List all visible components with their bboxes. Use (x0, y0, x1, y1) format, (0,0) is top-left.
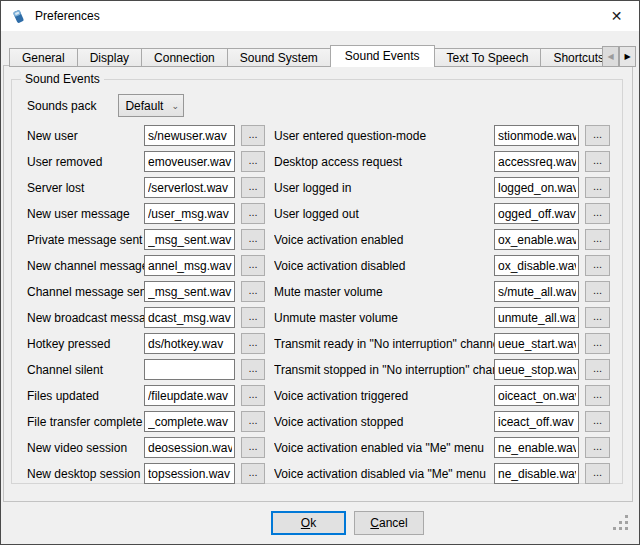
tab-text-to-speech[interactable]: Text To Speech (434, 48, 542, 67)
sound-file-input[interactable] (494, 385, 579, 406)
sound-event-label: Voice activation triggered (274, 389, 494, 403)
sound-file-input[interactable] (494, 229, 579, 250)
sound-event-label: Voice activation disabled via "Me" menu (274, 467, 494, 481)
browse-button[interactable]: ... (241, 411, 265, 432)
tab-sound-system[interactable]: Sound System (227, 48, 331, 67)
cancel-button[interactable]: Cancel (354, 511, 424, 535)
browse-button[interactable]: ... (585, 411, 610, 432)
sound-event-row: New broadcast message ... (27, 307, 265, 328)
tab-connection[interactable]: Connection (141, 48, 228, 67)
preferences-dialog: Preferences ✕ General Display Connection… (0, 0, 640, 545)
browse-button[interactable]: ... (241, 255, 265, 276)
sound-file-input[interactable] (494, 333, 579, 354)
sound-file-input[interactable] (144, 307, 235, 328)
chevron-down-icon: ⌄ (167, 101, 183, 111)
sound-file-input[interactable] (494, 151, 579, 172)
tab-scroll-left-icon[interactable]: ◀ (602, 46, 619, 67)
browse-button[interactable]: ... (585, 229, 610, 250)
sound-event-label: Server lost (27, 181, 144, 195)
sound-event-row: New desktop session ... (27, 463, 265, 484)
browse-button[interactable]: ... (241, 229, 265, 250)
browse-button[interactable]: ... (585, 437, 610, 458)
browse-button[interactable]: ... (241, 333, 265, 354)
sound-event-label: Transmit stopped in "No interruption" ch… (274, 363, 494, 377)
sound-file-input[interactable] (144, 281, 235, 302)
browse-button[interactable]: ... (241, 151, 265, 172)
browse-button[interactable]: ... (241, 463, 265, 484)
left-column: New user ... User removed ... Server los… (27, 125, 265, 489)
sound-event-row: Voice activation enabled ... (274, 229, 610, 250)
sound-events-groupbox: Sound Events Sounds pack Default ⌄ New u… (11, 79, 623, 484)
sound-event-row: User entered question-mode ... (274, 125, 610, 146)
tab-sound-events[interactable]: Sound Events (330, 45, 435, 67)
sound-event-label: Private message sent (27, 233, 144, 247)
sound-file-input[interactable] (144, 151, 235, 172)
browse-button[interactable]: ... (585, 203, 610, 224)
browse-button[interactable]: ... (585, 125, 610, 146)
sound-file-input[interactable] (144, 437, 235, 458)
sound-file-input[interactable] (494, 437, 579, 458)
sound-file-input[interactable] (494, 281, 579, 302)
sound-file-input[interactable] (494, 359, 579, 380)
sound-event-label: New broadcast message (27, 311, 144, 325)
browse-button[interactable]: ... (585, 359, 610, 380)
cancel-button-label: Cancel (370, 516, 407, 530)
browse-button[interactable]: ... (241, 307, 265, 328)
sound-file-input[interactable] (144, 229, 235, 250)
resize-grip-icon[interactable] (613, 515, 616, 518)
tab-general[interactable]: General (9, 48, 78, 67)
sound-file-input[interactable] (144, 255, 235, 276)
browse-button[interactable]: ... (241, 359, 265, 380)
tab-display[interactable]: Display (77, 48, 142, 67)
sound-event-row: Private message sent ... (27, 229, 265, 250)
sound-file-input[interactable] (144, 385, 235, 406)
browse-button[interactable]: ... (585, 307, 610, 328)
sound-event-row: New user ... (27, 125, 265, 146)
sound-file-input[interactable] (144, 411, 235, 432)
browse-button[interactable]: ... (241, 281, 265, 302)
sound-file-input[interactable] (144, 125, 235, 146)
browse-button[interactable]: ... (585, 385, 610, 406)
browse-button[interactable]: ... (585, 463, 610, 484)
sound-event-label: New desktop session (27, 467, 144, 481)
sound-file-input[interactable] (144, 177, 235, 198)
browse-button[interactable]: ... (585, 177, 610, 198)
ok-button[interactable]: Ok (271, 511, 346, 535)
browse-button[interactable]: ... (241, 125, 265, 146)
sounds-pack-combobox[interactable]: Default ⌄ (118, 94, 184, 117)
browse-button[interactable]: ... (585, 333, 610, 354)
sound-event-row: New channel message ... (27, 255, 265, 276)
browse-button[interactable]: ... (585, 255, 610, 276)
sound-file-input[interactable] (494, 177, 579, 198)
sound-file-input[interactable] (494, 125, 579, 146)
sound-file-input[interactable] (144, 203, 235, 224)
sound-event-label: Voice activation enabled (274, 233, 494, 247)
browse-button[interactable]: ... (241, 437, 265, 458)
sounds-pack-value: Default (119, 99, 167, 113)
browse-button[interactable]: ... (241, 385, 265, 406)
tab-shortcuts[interactable]: Shortcuts (540, 48, 603, 67)
sound-file-input[interactable] (494, 307, 579, 328)
sound-file-input[interactable] (144, 463, 235, 484)
browse-button[interactable]: ... (585, 151, 610, 172)
sound-event-label: User removed (27, 155, 144, 169)
sound-event-label: Voice activation disabled (274, 259, 494, 273)
sound-file-input[interactable] (494, 411, 579, 432)
title-bar[interactable]: Preferences ✕ (1, 1, 639, 31)
sound-file-input[interactable] (494, 203, 579, 224)
sound-file-input[interactable] (494, 255, 579, 276)
sound-event-label: Mute master volume (274, 285, 494, 299)
sound-file-input[interactable] (494, 463, 579, 484)
close-icon[interactable]: ✕ (594, 1, 639, 31)
sound-event-row: Unmute master volume ... (274, 307, 610, 328)
browse-button[interactable]: ... (585, 281, 610, 302)
sound-event-row: User removed ... (27, 151, 265, 172)
sound-file-input[interactable] (144, 359, 235, 380)
sound-file-input[interactable] (144, 333, 235, 354)
sound-event-row: Desktop access request ... (274, 151, 610, 172)
tab-scroll-right-icon[interactable]: ▶ (619, 46, 636, 67)
sounds-pack-label: Sounds pack (27, 99, 96, 113)
browse-button[interactable]: ... (241, 203, 265, 224)
sound-event-row: Voice activation disabled via "Me" menu … (274, 463, 610, 484)
browse-button[interactable]: ... (241, 177, 265, 198)
